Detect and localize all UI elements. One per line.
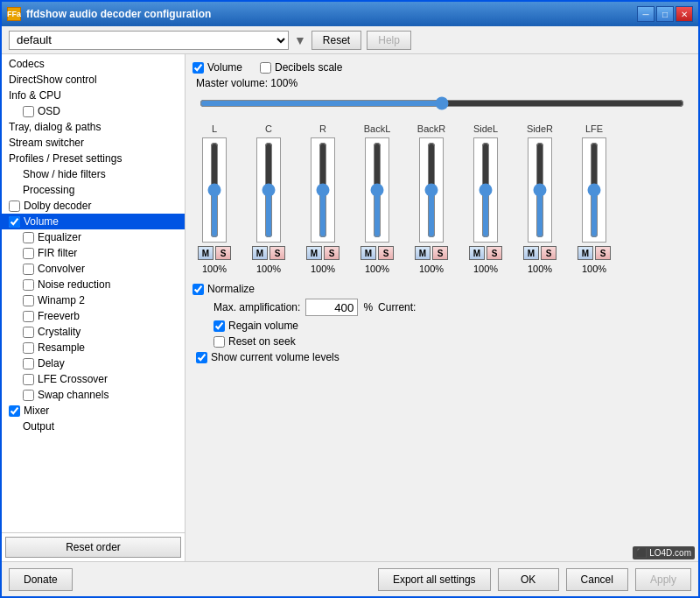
sidebar-checkbox-fir[interactable] xyxy=(23,248,34,259)
reset-order-button[interactable]: Reset order xyxy=(5,537,181,558)
show-current-check-label[interactable]: Show current volume levels xyxy=(196,351,340,363)
sidebar-checkbox-volume[interactable] xyxy=(9,216,20,228)
sidebar-checkbox-lfe[interactable] xyxy=(23,374,34,385)
decibels-checkbox[interactable] xyxy=(260,62,271,74)
sidebar-item-noise[interactable]: Noise reduction xyxy=(2,277,185,292)
sidebar-item-osd[interactable]: OSD xyxy=(2,103,185,119)
sidebar-checkbox-freeverb[interactable] xyxy=(23,311,34,322)
sidebar-item-resample[interactable]: Resample xyxy=(2,340,185,355)
show-current-checkbox[interactable] xyxy=(196,352,207,363)
sidebar-checkbox-mixer[interactable] xyxy=(9,405,20,417)
channel-slider-backl[interactable] xyxy=(367,142,388,238)
solo-button-c[interactable]: S xyxy=(270,246,285,260)
sidebar-item-directshow[interactable]: DirectShow control xyxy=(2,72,185,88)
solo-button-sider[interactable]: S xyxy=(541,246,556,260)
mute-button-r[interactable]: M xyxy=(306,246,322,260)
apply-button[interactable]: Apply xyxy=(635,568,691,591)
sidebar-checkbox-delay[interactable] xyxy=(23,358,34,369)
solo-button-backr[interactable]: S xyxy=(432,246,448,260)
profile-select[interactable]: default xyxy=(9,31,289,50)
sidebar-item-info-cpu[interactable]: Info & CPU xyxy=(2,88,185,103)
export-button[interactable]: Export all settings xyxy=(378,568,491,591)
reset-on-seek-checkbox[interactable] xyxy=(214,336,225,348)
solo-button-backl[interactable]: S xyxy=(378,246,394,260)
sidebar-item-tray[interactable]: Tray, dialog & paths xyxy=(2,119,185,135)
sidebar-checkbox-resample[interactable] xyxy=(23,342,34,354)
solo-button-lfe[interactable]: S xyxy=(595,246,611,260)
mute-button-backr[interactable]: M xyxy=(415,246,430,260)
mute-button-sider[interactable]: M xyxy=(523,246,539,260)
channel-slider-r[interactable] xyxy=(312,142,333,238)
toolbar: default ▼ Reset Help xyxy=(2,26,698,54)
sidebar-label-codecs: Codecs xyxy=(9,58,45,70)
minimize-button[interactable]: ─ xyxy=(637,6,654,22)
mute-button-sidel[interactable]: M xyxy=(469,246,485,260)
sidebar-item-mixer[interactable]: Mixer xyxy=(2,403,185,419)
volume-checkbox[interactable] xyxy=(192,62,204,74)
sidebar-item-fir[interactable]: FIR filter xyxy=(2,245,185,261)
channel-slider-sidel[interactable] xyxy=(475,142,496,238)
sidebar-item-output[interactable]: Output xyxy=(2,419,185,434)
sidebar-item-swap[interactable]: Swap channels xyxy=(2,387,185,403)
channel-slider-sider[interactable] xyxy=(529,142,550,238)
normalize-checkbox[interactable] xyxy=(192,284,204,295)
sidebar-checkbox-crystality[interactable] xyxy=(23,327,34,338)
channel-slider-c[interactable] xyxy=(258,142,279,238)
sidebar-checkbox-osd[interactable] xyxy=(23,106,34,117)
sidebar-item-volume[interactable]: Volume xyxy=(2,214,185,229)
sidebar-item-winamp[interactable]: Winamp 2 xyxy=(2,292,185,308)
sidebar-checkbox-winamp[interactable] xyxy=(23,295,34,306)
mute-button-c[interactable]: M xyxy=(252,246,268,260)
sidebar-item-stream[interactable]: Stream switcher xyxy=(2,135,185,151)
donate-button[interactable]: Donate xyxy=(9,568,73,591)
sidebar-item-convolver[interactable]: Convolver xyxy=(2,261,185,277)
normalize-check-label[interactable]: Normalize xyxy=(192,283,255,295)
sidebar-item-freeverb[interactable]: Freeverb xyxy=(2,308,185,324)
sidebar-item-lfe[interactable]: LFE Crossover xyxy=(2,371,185,387)
channel-slider-backr[interactable] xyxy=(421,142,442,238)
sidebar-label-info-cpu: Info & CPU xyxy=(9,89,61,102)
solo-button-r[interactable]: S xyxy=(324,246,340,260)
regain-check-label[interactable]: Regain volume xyxy=(214,320,298,332)
volume-check-label[interactable]: Volume xyxy=(192,61,242,74)
sidebar-checkbox-swap[interactable] xyxy=(23,390,34,401)
sidebar-checkbox-equalizer[interactable] xyxy=(23,232,34,243)
volume-header: Volume Decibels scale xyxy=(192,61,691,74)
cancel-button[interactable]: Cancel xyxy=(566,568,628,591)
decibels-check-label[interactable]: Decibels scale xyxy=(260,61,342,74)
solo-button-l[interactable]: S xyxy=(215,246,231,260)
maximize-button[interactable]: □ xyxy=(656,6,674,22)
ok-button[interactable]: OK xyxy=(498,568,559,591)
sidebar-item-profiles[interactable]: Profiles / Preset settings xyxy=(2,151,185,166)
current-label: Current: xyxy=(378,301,416,313)
sidebar-item-dolby[interactable]: Dolby decoder xyxy=(2,198,185,214)
regain-volume-checkbox[interactable] xyxy=(214,320,225,332)
close-button[interactable]: ✕ xyxy=(676,6,693,22)
reset-button[interactable]: Reset xyxy=(312,31,361,50)
channel-slider-l[interactable] xyxy=(204,142,225,238)
mute-button-l[interactable]: M xyxy=(198,246,214,260)
sidebar-checkbox-convolver[interactable] xyxy=(23,264,34,275)
solo-button-sidel[interactable]: S xyxy=(486,246,502,260)
channel-slider-lfe[interactable] xyxy=(584,142,605,238)
help-button[interactable]: Help xyxy=(367,31,411,50)
mute-button-lfe[interactable]: M xyxy=(578,246,593,260)
sidebar-item-equalizer[interactable]: Equalizer xyxy=(2,229,185,245)
sidebar-label-volume: Volume xyxy=(24,215,59,228)
sidebar-item-processing[interactable]: Processing xyxy=(2,182,185,198)
sidebar-checkbox-noise[interactable] xyxy=(23,279,34,291)
sidebar-checkbox-dolby[interactable] xyxy=(9,201,20,212)
amplification-input[interactable]: 400 xyxy=(305,299,358,316)
master-volume-slider[interactable] xyxy=(200,96,684,110)
sidebar-item-delay[interactable]: Delay xyxy=(2,355,185,371)
sidebar-item-codecs[interactable]: Codecs xyxy=(2,56,185,72)
channel-col-backr: BackRMS100% xyxy=(410,123,453,274)
watermark: ⬛ LO4D.com xyxy=(633,546,695,559)
reset-seek-check-label[interactable]: Reset on seek xyxy=(214,335,296,348)
sidebar-item-crystality[interactable]: Crystality xyxy=(2,324,185,340)
mute-button-backl[interactable]: M xyxy=(360,246,376,260)
channel-label-c: C xyxy=(265,123,272,134)
sidebar-label-processing: Processing xyxy=(23,184,74,196)
sidebar-item-show-hide[interactable]: Show / hide filters xyxy=(2,166,185,182)
percent-label: % xyxy=(363,301,373,313)
